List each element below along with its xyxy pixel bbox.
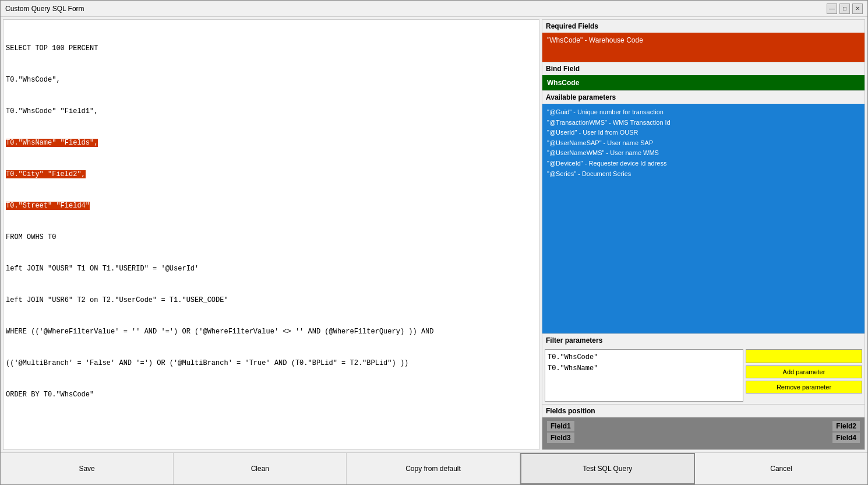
param-item-4: "@UserNameSAP" - User name SAP	[547, 138, 860, 149]
add-parameter-button[interactable]: Add parameter	[746, 365, 862, 378]
sql-line-4: T0."WhsName" "Fields",	[6, 138, 537, 148]
sql-line-10: WHERE (('@WhereFilterValue' = '' AND '='…	[6, 326, 537, 337]
bind-field-value: WhsCode	[542, 75, 865, 90]
sql-line-12: ORDER BY T0."WhsCode"	[6, 389, 537, 400]
field2-label: Field2	[832, 421, 860, 431]
required-fields-section: Required Fields "WhsCode" - Warehouse Co…	[542, 19, 865, 62]
restore-button[interactable]: □	[839, 3, 850, 14]
minimize-button[interactable]: —	[827, 3, 837, 14]
cancel-button[interactable]: Cancel	[695, 453, 867, 484]
required-fields-header: Required Fields	[542, 20, 865, 33]
field4-label: Field4	[832, 433, 860, 443]
field1-label: Field1	[547, 421, 574, 431]
bind-field-header: Bind Field	[542, 62, 865, 75]
save-button[interactable]: Save	[1, 453, 174, 484]
param-item-3: "@UserId" - User Id from OUSR	[547, 128, 860, 138]
right-panel: Required Fields "WhsCode" - Warehouse Co…	[542, 19, 865, 450]
filter-params-content: T0."WhsCode" T0."WhsName" Add parameter …	[542, 347, 865, 404]
remove-parameter-button[interactable]: Remove parameter	[746, 381, 862, 393]
filter-params-section: Filter parameters T0."WhsCode" T0."WhsNa…	[542, 334, 865, 405]
sql-line-3: T0."WhsCode" "Field1",	[6, 106, 537, 117]
param-item-5: "@UserNameWMS" - User name WMS	[547, 148, 860, 159]
main-content: SELECT TOP 100 PERCENT T0."WhsCode", T0.…	[1, 17, 867, 452]
param-item-6: "@DeviceId" - Requester device Id adress	[547, 159, 860, 169]
main-window: Custom Query SQL Form — □ ✕ SELECT TOP 1…	[0, 0, 868, 485]
sql-line-6: T0."Street" "Field4"	[6, 201, 537, 211]
fields-row-2: Field3 Field4	[547, 433, 860, 443]
window-title: Custom Query SQL Form	[5, 5, 84, 13]
sql-line-7: FROM OWHS T0	[6, 232, 537, 242]
sql-line-5: T0."City" "Field2",	[6, 169, 537, 180]
titlebar: Custom Query SQL Form — □ ✕	[1, 1, 867, 17]
sql-line-1: SELECT TOP 100 PERCENT	[6, 43, 537, 54]
fields-position-content: Field1 Field2 Field3 Field4	[542, 417, 865, 449]
param-item-2: "@TransactionWMS" - WMS Transaction Id	[547, 118, 860, 128]
sql-line-11: (('@MultiBranch' = 'False' AND '=') OR (…	[6, 358, 537, 368]
fields-position-section: Fields position Field1 Field2 Field3 Fie…	[542, 405, 865, 450]
field3-label: Field3	[547, 433, 574, 443]
filter-parameter-input[interactable]	[746, 349, 862, 363]
fields-position-header: Fields position	[542, 405, 865, 417]
filter-right: Add parameter Remove parameter	[746, 349, 862, 402]
available-params-header: Available parameters	[542, 91, 865, 104]
required-fields-value: "WhsCode" - Warehouse Code	[547, 36, 643, 44]
titlebar-controls: — □ ✕	[827, 3, 863, 14]
required-fields-content: "WhsCode" - Warehouse Code	[542, 33, 865, 62]
copy-from-default-button[interactable]: Copy from default	[347, 453, 520, 484]
filter-list-item-2: T0."WhsName"	[548, 363, 740, 374]
sql-line-2: T0."WhsCode",	[6, 75, 537, 85]
filter-list-item-1: T0."WhsCode"	[548, 352, 740, 363]
sql-text-area: SELECT TOP 100 PERCENT T0."WhsCode", T0.…	[6, 22, 537, 421]
param-item-7: "@Series" - Document Series	[547, 169, 860, 180]
close-button[interactable]: ✕	[852, 3, 863, 14]
bottom-toolbar: Save Clean Copy from default Test SQL Qu…	[1, 452, 867, 484]
test-sql-query-button[interactable]: Test SQL Query	[520, 453, 695, 484]
available-params-content: "@Guid" - Unique number for transaction …	[542, 104, 865, 333]
fields-row-1: Field1 Field2	[547, 421, 860, 431]
sql-editor[interactable]: SELECT TOP 100 PERCENT T0."WhsCode", T0.…	[3, 19, 539, 450]
param-item-1: "@Guid" - Unique number for transaction	[547, 107, 860, 118]
sql-line-8: left JOIN "OUSR" T1 ON T1."USERID" = '@U…	[6, 263, 537, 274]
filter-list[interactable]: T0."WhsCode" T0."WhsName"	[545, 349, 743, 402]
filter-params-header: Filter parameters	[542, 334, 865, 347]
clean-button[interactable]: Clean	[174, 453, 347, 484]
sql-line-9: left JOIN "USR6" T2 on T2."UserCode" = T…	[6, 295, 537, 305]
bind-field-section: Bind Field WhsCode	[542, 62, 865, 91]
available-params-section: Available parameters "@Guid" - Unique nu…	[542, 91, 865, 334]
